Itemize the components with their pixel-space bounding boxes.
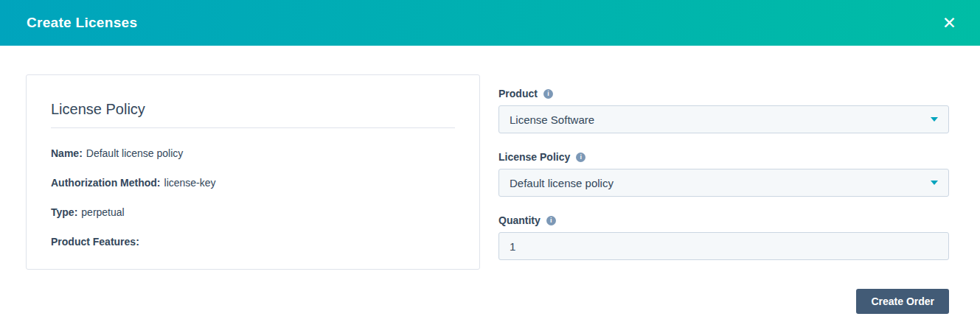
info-icon[interactable]: i [546,216,556,225]
license-policy-label: License Policy [498,150,570,164]
license-policy-group: License Policy i Default license policy [498,150,949,197]
modal-header: Create Licenses ✕ [0,0,980,46]
policy-field-value: license-key [164,177,216,189]
policy-field-value: Default license policy [86,147,184,159]
policy-field-label: Authorization Method: [51,177,161,189]
policy-field-label: Name: [51,147,83,159]
modal-body: License Policy Name:Default license poli… [0,46,980,314]
license-policy-card: License Policy Name:Default license poli… [26,74,480,270]
license-policy-select-value: Default license policy [510,177,931,189]
product-group: Product i License Software [498,87,949,133]
close-icon: ✕ [942,13,956,32]
policy-field-value: perpetual [81,206,124,218]
card-divider [51,127,455,128]
license-policy-select[interactable]: Default license policy [498,169,949,197]
modal-title: Create Licenses [27,15,939,31]
quantity-input[interactable] [498,232,949,260]
policy-field-label: Product Features: [51,236,139,248]
product-select[interactable]: License Software [498,105,949,133]
policy-field-authorization-method: Authorization Method:license-key [51,175,455,190]
create-order-button[interactable]: Create Order [856,289,949,314]
info-icon[interactable]: i [543,89,553,99]
policy-field-name: Name:Default license policy [51,146,455,161]
policy-field-label: Type: [51,206,77,218]
info-icon[interactable]: i [576,153,585,162]
create-order-form: Product i License Software License Polic… [498,74,949,314]
card-title: License Policy [51,99,455,119]
quantity-group: Quantity i [498,214,949,260]
create-licenses-modal: Create Licenses ✕ License Policy Name:De… [0,0,980,314]
product-select-value: License Software [510,113,931,126]
chevron-down-icon [931,117,938,122]
policy-field-product-features: Product Features: [51,234,455,249]
chevron-down-icon [931,181,938,185]
quantity-label: Quantity [498,214,541,227]
policy-field-type: Type:perpetual [51,205,455,220]
close-button[interactable]: ✕ [939,12,959,35]
product-label: Product [498,87,538,100]
